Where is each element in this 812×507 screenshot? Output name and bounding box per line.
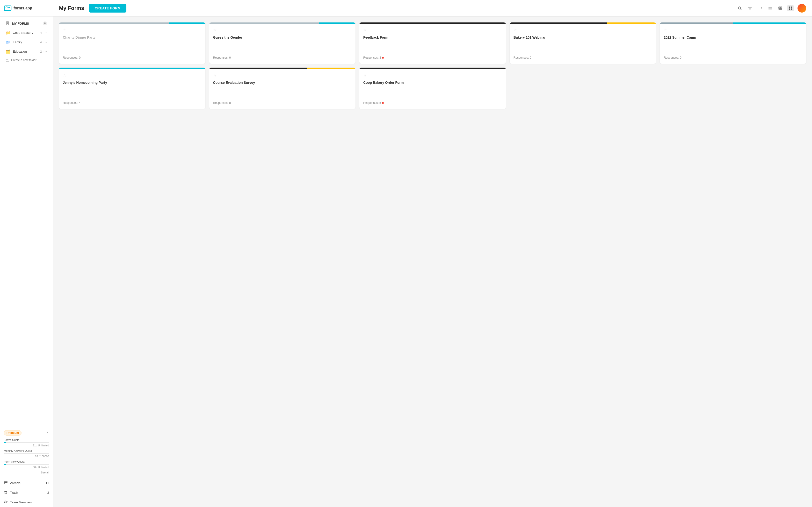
trash-nav[interactable]: Trash 2 bbox=[0, 488, 53, 497]
family-menu[interactable]: ⋯ bbox=[43, 40, 47, 44]
archive-icon bbox=[4, 481, 8, 485]
card-body: ☆ Bakery 101 Webinar bbox=[510, 24, 656, 53]
card-stripe bbox=[359, 22, 506, 24]
forms-icon bbox=[6, 21, 10, 25]
card-body: ☆ Charity Dinner Party bbox=[59, 24, 205, 53]
card-menu-button[interactable]: ⋯ bbox=[645, 55, 652, 61]
card-body: ☆ Course Evaluation Survey bbox=[209, 69, 356, 98]
svg-rect-0 bbox=[4, 6, 11, 11]
form-card-bakery-webinar[interactable]: ☆ Bakery 101 Webinar Responses: 0 ⋯ bbox=[510, 22, 656, 64]
forms-quota-value: 21 / Unlimited bbox=[4, 444, 49, 447]
sidebar-item-family[interactable]: 📁 Family 4 ⋯ bbox=[2, 38, 51, 47]
svg-rect-33 bbox=[791, 8, 792, 10]
responses-text: Responses: 5 bbox=[363, 101, 384, 105]
form-view-quota: Form View Quota 60 / Unlimited bbox=[4, 460, 49, 469]
list2-view-icon bbox=[778, 6, 782, 10]
forms-grid-row1: ☆ Charity Dinner Party Responses: 0 ⋯ ☆ … bbox=[59, 22, 806, 64]
folder-dark-icon: 📁 bbox=[6, 31, 10, 35]
grid-view-button[interactable] bbox=[788, 5, 794, 11]
premium-badge: Premium bbox=[4, 430, 21, 436]
responses-text: Responses: 3 bbox=[363, 56, 384, 59]
family-count: 4 bbox=[40, 41, 42, 44]
card-stripe bbox=[359, 68, 506, 69]
view-list2-button[interactable] bbox=[777, 5, 783, 11]
star-icon[interactable]: ☆ bbox=[213, 28, 352, 32]
form-view-value: 60 / Unlimited bbox=[4, 466, 49, 469]
star-icon[interactable]: ☆ bbox=[63, 28, 202, 32]
form-card-coop-bakery-order[interactable]: ☆ Coop Bakery Order Form Responses: 5 ⋯ bbox=[359, 68, 506, 109]
premium-collapse-icon[interactable]: ∧ bbox=[46, 431, 49, 435]
card-menu-button[interactable]: ⋯ bbox=[194, 55, 202, 61]
form-card-jenny-homecoming[interactable]: ☆ Jenny's Homecoming Party Responses: 4 … bbox=[59, 68, 205, 109]
card-menu-button[interactable]: ⋯ bbox=[344, 55, 352, 61]
coops-bakery-count: 4 bbox=[40, 31, 42, 35]
card-menu-button[interactable]: ⋯ bbox=[495, 100, 502, 106]
svg-rect-28 bbox=[779, 8, 780, 9]
archive-label: Archive bbox=[10, 481, 20, 485]
star-icon[interactable]: ☆ bbox=[63, 73, 202, 77]
trash-icon bbox=[4, 491, 8, 495]
form-title: Feedback Form bbox=[363, 35, 502, 45]
form-view-bar-bg bbox=[4, 464, 49, 465]
star-icon[interactable]: ☆ bbox=[363, 28, 502, 32]
sidebar-item-education[interactable]: 🗂️ Education 2 ⋯ bbox=[2, 47, 51, 56]
my-forms-nav[interactable]: MY FORMS 8 bbox=[2, 19, 51, 28]
filter-button[interactable] bbox=[747, 5, 753, 11]
form-card-feedback[interactable]: ☆ Feedback Form Responses: 3 ⋯ bbox=[359, 22, 506, 64]
create-folder-icon bbox=[6, 58, 9, 62]
trash-count: 2 bbox=[47, 491, 49, 495]
filter-icon bbox=[748, 6, 752, 10]
responses-text: Responses: 0 bbox=[514, 56, 531, 59]
forms-quota-bar-fill bbox=[4, 442, 6, 443]
star-icon[interactable]: ☆ bbox=[514, 28, 652, 32]
archive-nav[interactable]: Archive 11 bbox=[0, 478, 53, 488]
sidebar-item-coops-bakery[interactable]: 📁 Coop's Bakery 4 ⋯ bbox=[2, 28, 51, 37]
family-label: Family bbox=[13, 40, 22, 44]
team-members-nav[interactable]: Team Members bbox=[0, 497, 53, 507]
list-view-icon bbox=[768, 6, 772, 10]
create-form-button[interactable]: CREATE FORM bbox=[89, 4, 126, 12]
form-title: 2022 Summer Camp bbox=[664, 35, 802, 45]
star-icon[interactable]: ☆ bbox=[213, 73, 352, 77]
team-icon bbox=[4, 500, 8, 504]
coops-bakery-menu[interactable]: ⋯ bbox=[43, 31, 47, 35]
see-all-link[interactable]: See all bbox=[4, 471, 49, 474]
stripe-seg-2 bbox=[607, 22, 656, 24]
stripe-seg-1 bbox=[59, 22, 169, 24]
create-folder-btn[interactable]: Create a new folder bbox=[2, 56, 51, 64]
stripe-seg-1 bbox=[209, 68, 307, 69]
sort-icon bbox=[758, 6, 762, 10]
card-menu-button[interactable]: ⋯ bbox=[495, 55, 502, 61]
user-avatar[interactable] bbox=[798, 4, 806, 12]
stripe-seg-2 bbox=[169, 22, 205, 24]
page-title: My Forms bbox=[59, 5, 84, 11]
form-card-guess-gender[interactable]: ☆ Guess the Gender Responses: 0 ⋯ bbox=[209, 22, 356, 64]
card-menu-button[interactable]: ⋯ bbox=[795, 55, 802, 61]
monthly-answers-bar-bg bbox=[4, 453, 49, 454]
sort-button[interactable] bbox=[757, 5, 763, 11]
app-logo[interactable]: forms.app bbox=[0, 0, 53, 17]
forms-quota-label: Forms Quota bbox=[4, 439, 49, 441]
monthly-answers-value: 28 / 100000 bbox=[4, 455, 49, 458]
card-footer: Responses: 0 ⋯ bbox=[510, 53, 656, 64]
star-icon[interactable]: ☆ bbox=[664, 28, 802, 32]
search-button[interactable] bbox=[737, 5, 743, 11]
new-response-dot bbox=[382, 102, 384, 104]
create-folder-label: Create a new folder bbox=[11, 58, 37, 62]
card-stripe bbox=[209, 22, 356, 24]
form-card-charity-dinner[interactable]: ☆ Charity Dinner Party Responses: 0 ⋯ bbox=[59, 22, 205, 64]
form-card-course-evaluation[interactable]: ☆ Course Evaluation Survey Responses: 8 … bbox=[209, 68, 356, 109]
card-stripe bbox=[660, 22, 806, 24]
responses-text: Responses: 0 bbox=[664, 56, 681, 59]
star-icon[interactable]: ☆ bbox=[363, 73, 502, 77]
card-menu-button[interactable]: ⋯ bbox=[194, 100, 202, 106]
form-title: Guess the Gender bbox=[213, 35, 352, 45]
card-body: ☆ Guess the Gender bbox=[209, 24, 356, 53]
education-menu[interactable]: ⋯ bbox=[43, 49, 47, 54]
form-card-summer-camp[interactable]: ☆ 2022 Summer Camp Responses: 0 ⋯ bbox=[660, 22, 806, 64]
form-title: Charity Dinner Party bbox=[63, 35, 202, 45]
card-menu-button[interactable]: ⋯ bbox=[344, 100, 352, 106]
form-view-label: Form View Quota bbox=[4, 460, 49, 463]
form-title: Course Evaluation Survey bbox=[213, 80, 352, 90]
view-list-button[interactable] bbox=[767, 5, 773, 11]
